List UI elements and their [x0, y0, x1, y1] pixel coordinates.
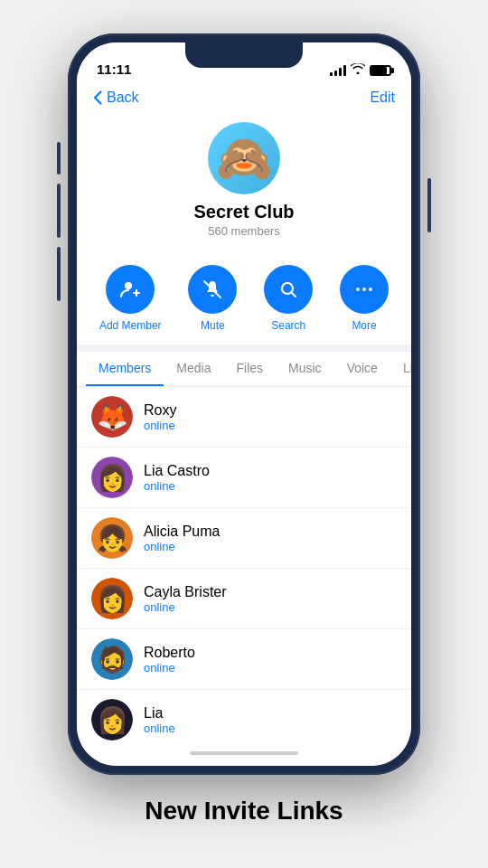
- member-name: Lia: [144, 705, 175, 722]
- add-member-label: Add Member: [99, 319, 162, 332]
- svg-point-4: [369, 288, 372, 291]
- member-info: Liaonline: [144, 705, 175, 735]
- phone-notch: [185, 42, 303, 68]
- back-label: Back: [107, 90, 139, 106]
- tab-members[interactable]: Members: [86, 352, 164, 386]
- status-time: 11:11: [97, 61, 131, 77]
- group-info: 🙈 Secret Club 560 members: [77, 113, 411, 252]
- home-bar: [190, 751, 298, 755]
- mute-button: [57, 142, 61, 175]
- member-info: Roxyonline: [144, 402, 176, 432]
- tabs-container: Members Media Files Music Voice Li...: [77, 352, 411, 387]
- member-row[interactable]: 🧔Robertoonline: [77, 629, 411, 690]
- member-name: Lia Castro: [144, 463, 210, 479]
- member-row[interactable]: 👩Lia Castroonline: [77, 448, 411, 508]
- group-name: Secret Club: [193, 202, 294, 222]
- member-avatar: 🦊: [91, 396, 133, 438]
- back-button[interactable]: Back: [93, 90, 139, 106]
- member-avatar: 👩: [91, 578, 133, 619]
- member-status: online: [144, 419, 176, 432]
- mute-label: Mute: [201, 319, 225, 332]
- member-row[interactable]: 👩Liaonline: [77, 690, 411, 741]
- member-status: online: [144, 540, 220, 553]
- svg-point-0: [125, 282, 132, 289]
- add-member-button[interactable]: Add Member: [99, 265, 162, 332]
- add-member-icon: [106, 265, 155, 314]
- member-row[interactable]: 👩Cayla Bristeronline: [77, 569, 411, 629]
- signal-bar-1: [330, 72, 333, 76]
- member-avatar: 👩: [91, 457, 133, 498]
- side-buttons-left: [57, 142, 61, 301]
- svg-point-2: [356, 288, 360, 291]
- phone-screen: 11:11: [77, 42, 411, 766]
- mute-action-button[interactable]: Mute: [188, 265, 237, 332]
- search-action-button[interactable]: Search: [264, 265, 313, 332]
- member-name: Roxy: [144, 402, 176, 419]
- nav-bar: Back Edit: [77, 82, 411, 113]
- group-members-count: 560 members: [208, 224, 279, 238]
- action-buttons: Add Member Mute: [77, 252, 411, 344]
- member-name: Alicia Puma: [144, 524, 220, 540]
- tab-media[interactable]: Media: [164, 352, 223, 386]
- power-button: [427, 178, 431, 232]
- svg-point-1: [282, 283, 293, 294]
- home-indicator: [77, 741, 411, 766]
- member-info: Lia Castroonline: [144, 463, 210, 493]
- member-status: online: [144, 479, 210, 493]
- search-icon: [264, 265, 313, 314]
- member-row[interactable]: 👧Alicia Pumaonline: [77, 508, 411, 569]
- tabs-scroll: Members Media Files Music Voice Li...: [77, 352, 411, 386]
- tab-music[interactable]: Music: [276, 352, 334, 386]
- phone-frame: 11:11: [68, 33, 420, 775]
- tab-voice[interactable]: Voice: [334, 352, 390, 386]
- battery-icon: [370, 65, 391, 76]
- member-name: Cayla Brister: [144, 584, 227, 600]
- wifi-icon: [351, 63, 365, 77]
- group-emoji: 🙈: [216, 132, 272, 184]
- group-avatar: 🙈: [208, 122, 280, 194]
- edit-button[interactable]: Edit: [370, 90, 395, 106]
- section-separator: [77, 344, 411, 352]
- tab-files[interactable]: Files: [224, 352, 277, 386]
- members-list: 🦊Roxyonline👩Lia Castroonline👧Alicia Puma…: [77, 387, 411, 741]
- mute-icon: [188, 265, 237, 314]
- bottom-label: New Invite Links: [145, 797, 343, 826]
- search-label: Search: [271, 319, 305, 332]
- member-avatar: 👧: [91, 517, 133, 559]
- member-info: Robertoonline: [144, 645, 195, 675]
- battery-fill: [371, 67, 387, 74]
- more-label: More: [352, 319, 376, 332]
- page-wrapper: 11:11: [0, 0, 488, 868]
- volume-up-button: [57, 184, 61, 238]
- signal-bar-2: [334, 71, 337, 76]
- member-status: online: [144, 600, 227, 614]
- member-status: online: [144, 661, 195, 675]
- status-icons: [330, 63, 391, 77]
- more-icon: [340, 265, 389, 314]
- tab-links[interactable]: Li...: [390, 352, 411, 386]
- svg-point-3: [362, 288, 366, 291]
- volume-down-button: [57, 247, 61, 301]
- member-name: Roberto: [144, 645, 195, 661]
- side-buttons-right: [427, 178, 431, 232]
- signal-bar-3: [339, 68, 342, 76]
- member-avatar: 👩: [91, 699, 133, 741]
- signal-bars-icon: [330, 65, 346, 76]
- member-info: Cayla Bristeronline: [144, 584, 227, 614]
- member-info: Alicia Pumaonline: [144, 524, 220, 553]
- member-status: online: [144, 722, 175, 735]
- member-row[interactable]: 🦊Roxyonline: [77, 387, 411, 448]
- member-avatar: 🧔: [91, 638, 133, 680]
- signal-bar-4: [343, 65, 346, 76]
- more-action-button[interactable]: More: [340, 265, 389, 332]
